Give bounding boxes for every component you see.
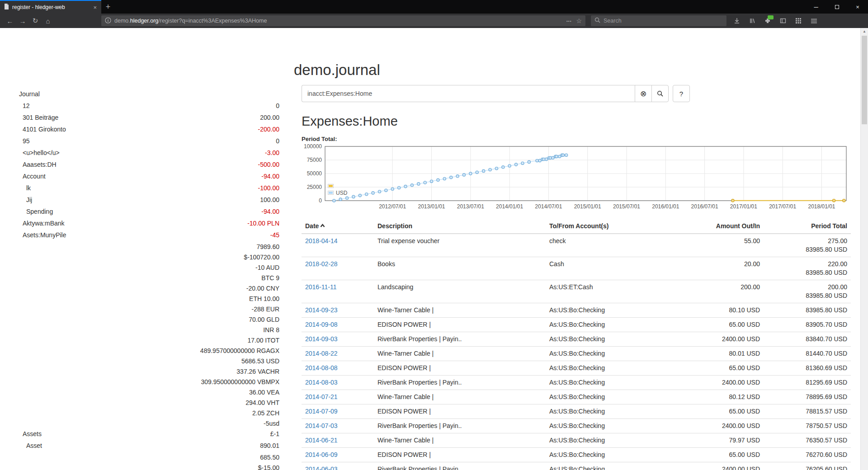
library-icon[interactable] [746, 15, 758, 27]
account-balance: 200.00 [260, 113, 279, 123]
period-total-cell: 275.0083985.80 USD [764, 234, 851, 257]
account-link[interactable]: lk [19, 183, 258, 193]
chart-canvas: 02500050000750001000002012/07/012013/01/… [302, 144, 851, 212]
home-button[interactable]: ⌂ [42, 15, 54, 27]
grid-icon[interactable] [793, 15, 804, 27]
balance-amount: 309.950000000000 VBMPX [200, 377, 279, 387]
url-text: demo.hledger.org/register?q=inacct%3AExp… [114, 18, 563, 24]
journal-link[interactable]: Journal [19, 90, 40, 98]
transaction-date-link[interactable]: 2014-09-08 [305, 321, 338, 328]
balance-amount: 7989.60 [200, 242, 279, 252]
download-icon[interactable] [731, 15, 743, 27]
window-close-button[interactable]: × [847, 0, 868, 14]
forward-button[interactable]: → [16, 15, 29, 27]
balance-chart[interactable]: 02500050000750001000002012/07/012013/01/… [302, 144, 851, 212]
register-row: 2014-07-21Wine-Tarner Cable |As:US:Bo:Ch… [302, 390, 851, 404]
svg-text:2013/07/01: 2013/07/01 [457, 203, 484, 210]
account-cell: check [546, 234, 659, 257]
transaction-date-link[interactable]: 2014-09-03 [305, 335, 338, 343]
transaction-date-link[interactable]: 2014-06-21 [305, 437, 338, 444]
window-minimize-button[interactable]: ─ [806, 0, 826, 14]
period-total-cell: 83985.80 USD [764, 303, 851, 318]
transaction-date-link[interactable]: 2014-07-09 [305, 408, 338, 415]
transaction-date-link[interactable]: 2016-11-11 [305, 283, 337, 291]
account-link[interactable]: 12 [19, 101, 276, 111]
sidebar-account-row: Aaasets:DH-500.00 [19, 160, 279, 170]
site-info-icon[interactable] [105, 17, 111, 25]
page-actions-icon[interactable]: ••• [566, 19, 571, 23]
account-cell: As:US:Bo:Checking [546, 433, 659, 448]
date-cell: 2014-06-03 [302, 462, 374, 470]
extension-icon[interactable] [762, 15, 774, 27]
url-bar[interactable]: demo.hledger.org/register?q=inacct%3AExp… [101, 15, 585, 26]
account-link[interactable]: Aaasets:DH [19, 160, 258, 170]
transaction-date-link[interactable]: 2014-08-22 [305, 350, 338, 357]
svg-text:2016/07/01: 2016/07/01 [691, 203, 718, 210]
transaction-date-link[interactable]: 2014-08-03 [305, 379, 338, 386]
register-row: 2016-11-11LandscapingAs:US:ET:Cash200.00… [302, 280, 851, 303]
reload-button[interactable]: ↻ [29, 15, 42, 27]
sidebar-toggle-icon[interactable] [777, 15, 789, 27]
transaction-date-link[interactable]: 2018-02-28 [305, 260, 338, 268]
scrollbar-up-icon[interactable]: ▲ [861, 28, 868, 35]
sidebar: Journal 120301 Beiträge200.004101 Giroko… [19, 89, 279, 470]
tab-bar: register - hledger-web × + ─ × [0, 0, 868, 14]
account-link[interactable]: Jij [19, 195, 260, 205]
account-link[interactable]: 4101 Girokonto [19, 124, 258, 135]
browser-search-bar[interactable]: Search [591, 15, 726, 26]
transaction-date-link[interactable]: 2014-07-03 [305, 422, 338, 429]
back-button[interactable]: ← [4, 15, 16, 27]
search-form: ⊗ ? [302, 85, 851, 102]
url-path: /register?q=inacct%3AExpenses%3AHome [158, 18, 267, 24]
account-link[interactable]: Aktywa:mBank [19, 218, 247, 229]
account-link[interactable]: Assets [19, 429, 200, 439]
clear-search-button[interactable]: ⊗ [635, 85, 652, 102]
balance-amount: 200.00 [260, 113, 279, 123]
account-link[interactable]: Account [19, 171, 261, 182]
browser-tab[interactable]: register - hledger-web × [0, 0, 101, 14]
help-button[interactable]: ? [673, 85, 690, 102]
search-input[interactable] [302, 85, 635, 102]
bookmark-star-icon[interactable]: ☆ [576, 17, 582, 24]
balance-amount: -94.00 [261, 207, 279, 217]
svg-text:25000: 25000 [307, 184, 322, 190]
balance-amount: 489.957000000000 RGAGX [200, 346, 279, 356]
new-tab-button[interactable]: + [101, 0, 115, 14]
account-link[interactable]: Asets:MunyPile [19, 230, 270, 240]
balance-amount: 70.00 GLD [200, 315, 279, 325]
register-header-row: Date Description To/From Account(s) Amou… [302, 219, 851, 234]
period-total-cell: 83840.70 USD [764, 332, 851, 347]
menu-icon[interactable] [808, 15, 820, 27]
account-link[interactable]: 95 [19, 136, 276, 146]
sidebar-account-row: Asset890.01 [19, 441, 279, 451]
svg-text:0: 0 [319, 197, 322, 204]
transaction-date-link[interactable]: 2014-08-08 [305, 364, 338, 371]
transaction-date-link[interactable]: 2014-06-09 [305, 451, 338, 458]
search-button[interactable] [651, 85, 669, 102]
transaction-date-link[interactable]: 2014-09-23 [305, 306, 338, 314]
account-link[interactable]: 301 Beiträge [19, 113, 260, 123]
svg-text:50000: 50000 [307, 170, 322, 177]
svg-text:2014/01/01: 2014/01/01 [496, 203, 523, 210]
amount-cell: 65.00 USD [659, 318, 764, 332]
page-scrollbar[interactable]: ▲ [860, 28, 868, 470]
description-cell: EDISON POWER | [374, 318, 546, 332]
account-link[interactable]: Spending [19, 207, 261, 217]
tab-close-icon[interactable]: × [92, 4, 98, 11]
svg-text:2012/07/01: 2012/07/01 [379, 203, 406, 210]
amount-cell: 65.00 USD [659, 361, 764, 376]
sidebar-account-row: Aktywa:mBank-10.00 PLN [19, 218, 279, 229]
register-row: 2014-09-08EDISON POWER |As:US:Bo:Checkin… [302, 318, 851, 332]
transaction-date-link[interactable]: 2014-06-03 [305, 465, 338, 470]
account-link[interactable]: <u>hello</u> [19, 148, 265, 158]
scrollbar-thumb[interactable] [862, 36, 867, 124]
account-link[interactable]: Asset [19, 441, 260, 451]
account-cell: Cash [546, 257, 659, 280]
period-total-cell: 78815.57 USD [764, 404, 851, 419]
transaction-date-link[interactable]: 2014-07-21 [305, 393, 338, 400]
window-maximize-button[interactable] [826, 0, 847, 14]
account-cell: As:US:ET:Cash [546, 280, 659, 303]
transaction-date-link[interactable]: 2018-04-14 [305, 237, 338, 244]
date-cell: 2014-08-22 [302, 347, 374, 361]
column-header-date[interactable]: Date [302, 219, 374, 234]
